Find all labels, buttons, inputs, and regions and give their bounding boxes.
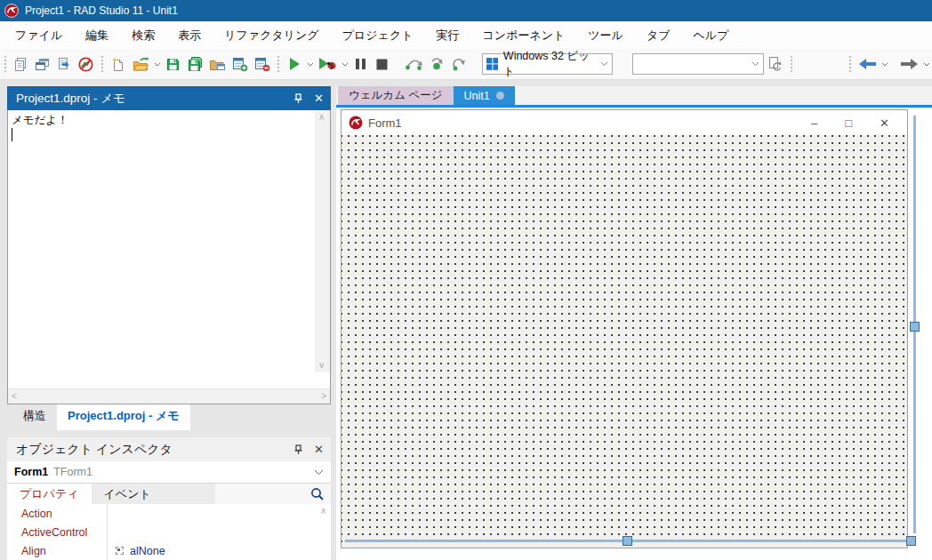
copy-icon[interactable] — [11, 52, 32, 76]
scroll-up-icon[interactable]: ∧ — [318, 113, 325, 122]
chevron-down-icon — [314, 469, 324, 476]
memo-vertical-scrollbar[interactable]: ∧ ∨ — [315, 110, 330, 372]
paste-special-icon[interactable] — [53, 52, 75, 76]
menu-help[interactable]: ヘルプ — [682, 23, 741, 48]
tab-memo[interactable]: Project1.dproj - メモ — [57, 404, 190, 430]
form-client-grid[interactable] — [341, 135, 907, 548]
toolbar-grip[interactable] — [789, 56, 794, 72]
instance-name: Form1 — [14, 466, 48, 478]
search-icon — [310, 487, 324, 500]
property-name: Align — [7, 545, 107, 557]
windows-logo-icon — [486, 58, 498, 70]
navigate-back-button[interactable] — [856, 52, 880, 76]
tab-structure[interactable]: 構造 — [12, 404, 57, 430]
toolbar-grip[interactable] — [100, 56, 105, 72]
scroll-left-icon[interactable]: < — [12, 392, 17, 401]
open-file-dropdown-chevron[interactable] — [152, 62, 163, 67]
text-caret — [12, 128, 12, 141]
cascade-windows-icon[interactable] — [32, 52, 53, 76]
property-name: ActiveControl — [7, 526, 107, 539]
chevron-down-icon — [746, 61, 759, 67]
run-dropdown-chevron[interactable] — [305, 62, 316, 67]
property-row[interactable]: Align alNone — [7, 541, 331, 560]
window-titlebar: Project1 - RAD Studio 11 - Unit1 — [0, 0, 932, 21]
new-file-icon[interactable] — [108, 52, 129, 76]
resize-handle-corner[interactable] — [906, 536, 916, 546]
menu-search[interactable]: 検索 — [120, 23, 166, 48]
rad-studio-logo-icon — [4, 4, 19, 18]
menu-component[interactable]: コンポーネント — [470, 23, 576, 48]
menu-run[interactable]: 実行 — [424, 23, 470, 48]
pin-icon[interactable] — [293, 444, 303, 455]
run-button[interactable] — [284, 52, 305, 76]
form-caption: Form1 — [368, 116, 402, 130]
back-dropdown-chevron[interactable] — [880, 62, 890, 67]
stop-button[interactable] — [372, 52, 393, 76]
property-name: Action — [7, 508, 107, 520]
menu-view[interactable]: 表示 — [166, 23, 213, 48]
scroll-right-icon[interactable]: > — [321, 392, 326, 401]
save-icon[interactable] — [163, 52, 184, 76]
search-combobox[interactable] — [632, 53, 764, 75]
add-to-project-icon[interactable] — [229, 52, 251, 76]
form-titlebar[interactable]: Form1 – □ ✕ — [341, 110, 907, 135]
debug-run-dropdown-chevron[interactable] — [340, 62, 350, 67]
remove-from-project-icon[interactable] — [251, 52, 273, 76]
memo-horizontal-scrollbar[interactable]: < > — [8, 388, 330, 404]
target-platform-select[interactable]: Windows 32 ビット — [482, 53, 614, 75]
open-file-icon[interactable] — [129, 52, 152, 76]
toolbar-grip[interactable] — [276, 56, 281, 72]
menu-edit[interactable]: 編集 — [74, 23, 120, 48]
column-divider[interactable] — [107, 504, 108, 560]
property-row[interactable]: ActiveControl — [7, 523, 331, 541]
grid-scrollbar[interactable]: ∧ — [316, 504, 331, 560]
inspector-tabbar: プロパティ イベント — [7, 484, 331, 504]
memo-editor[interactable]: メモだよ！ ∧ ∨ < > — [7, 110, 331, 404]
forward-dropdown-chevron[interactable] — [921, 62, 932, 67]
modified-indicator-dot — [496, 92, 504, 100]
memo-panel-title: Project1.dproj - メモ — [16, 91, 125, 107]
help-insight-off-icon[interactable] — [75, 52, 97, 76]
resize-handle-right[interactable] — [910, 322, 920, 332]
scroll-down-icon[interactable]: ∨ — [318, 361, 325, 370]
debug-run-button[interactable] — [316, 52, 340, 76]
property-row[interactable]: Action — [7, 504, 331, 523]
resize-handle-bottom[interactable] — [623, 536, 632, 546]
menu-file[interactable]: ファイル — [4, 23, 74, 48]
navigate-forward-button[interactable] — [897, 52, 921, 76]
tab-welcome-page[interactable]: ウェルカム ページ — [338, 86, 454, 105]
designed-form-window[interactable]: Form1 – □ ✕ — [341, 109, 908, 548]
tab-events[interactable]: イベント — [92, 484, 164, 504]
object-inspector-title: オブジェクト インスペクタ — [16, 442, 173, 458]
minimize-icon[interactable]: – — [811, 116, 817, 130]
menu-tools[interactable]: ツール — [576, 23, 635, 48]
property-search-box[interactable] — [215, 484, 331, 504]
save-all-icon[interactable] — [184, 52, 206, 76]
menu-bar: ファイル 編集 検索 表示 リファクタリング プロジェクト 実行 コンポーネント… — [0, 21, 932, 49]
memo-dock-panel: Project1.dproj - メモ ✕ メモだよ！ ∧ ∨ < > 構造 P… — [7, 86, 331, 430]
close-icon[interactable]: ✕ — [314, 444, 324, 455]
step-return-icon[interactable] — [447, 52, 470, 76]
instance-selector[interactable]: Form1 TForm1 — [7, 461, 331, 484]
menu-refactor[interactable]: リファクタリング — [213, 23, 330, 48]
tab-properties[interactable]: プロパティ — [7, 484, 92, 504]
form-designer-surface[interactable]: Form1 – □ ✕ — [336, 108, 932, 560]
property-grid: Action ActiveControl Align alNone ∧ — [7, 504, 331, 560]
menu-tabs[interactable]: タブ — [635, 23, 682, 48]
close-icon[interactable]: ✕ — [880, 116, 889, 130]
refresh-file-icon[interactable] — [764, 52, 786, 76]
toolbar-grip[interactable] — [3, 56, 8, 72]
align-none-icon — [116, 547, 124, 555]
step-into-icon[interactable] — [426, 52, 447, 76]
menu-project[interactable]: プロジェクト — [331, 23, 425, 48]
tab-unit1[interactable]: Unit1 — [454, 86, 515, 105]
property-value-text: alNone — [130, 545, 165, 557]
pin-icon[interactable] — [293, 93, 303, 104]
pause-button[interactable] — [350, 52, 372, 76]
scroll-up-icon[interactable]: ∧ — [320, 507, 326, 516]
maximize-icon[interactable]: □ — [845, 116, 852, 130]
toolbar-grip[interactable] — [848, 56, 853, 72]
close-icon[interactable]: ✕ — [314, 92, 324, 104]
close-file-icon[interactable] — [206, 52, 229, 76]
step-over-icon[interactable] — [402, 52, 426, 76]
